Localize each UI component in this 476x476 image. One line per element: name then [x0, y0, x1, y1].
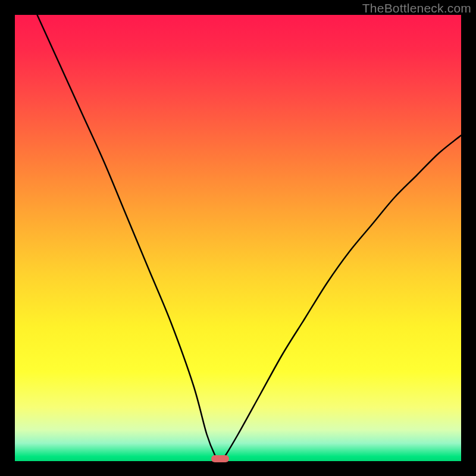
bottleneck-curve [15, 15, 461, 461]
chart-frame: TheBottleneck.com [0, 0, 476, 476]
watermark-text: TheBottleneck.com [362, 1, 471, 15]
plot-area [15, 15, 461, 461]
optimum-marker [211, 455, 229, 462]
